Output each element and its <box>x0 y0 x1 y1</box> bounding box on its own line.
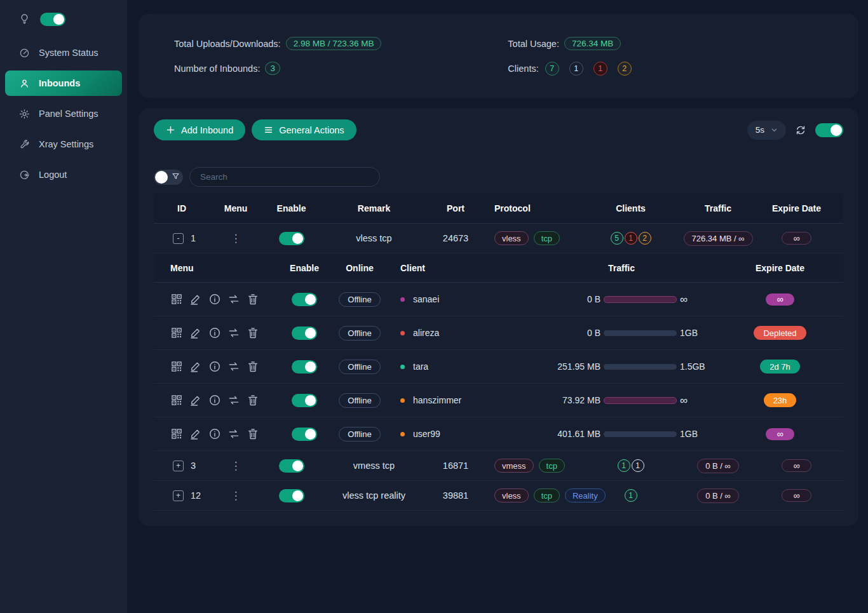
inbound-port: 24673 <box>427 233 484 243</box>
refresh-icon[interactable] <box>795 125 806 136</box>
qr-code-icon[interactable] <box>170 394 183 407</box>
stat-number-of-inbounds: Number of Inbounds: 3 <box>174 62 508 75</box>
traffic-badge: 726.34 MB / ∞ <box>684 231 753 246</box>
edit-icon[interactable] <box>189 394 202 407</box>
expire-badge: ∞ <box>766 428 795 440</box>
sidebar-item-label: Xray Settings <box>39 139 93 149</box>
client-count-badge: 1 <box>569 62 583 76</box>
qr-code-icon[interactable] <box>170 293 183 306</box>
stat-total-usage: Total Usage: 726.34 MB <box>508 37 823 50</box>
expire-badge: ∞ <box>782 489 812 502</box>
info-icon[interactable] <box>208 327 221 339</box>
trash-icon[interactable] <box>247 327 259 339</box>
toolbar-left: Add Inbound General Actions <box>154 119 356 140</box>
trash-icon[interactable] <box>247 394 259 407</box>
inbound-port: 39881 <box>427 490 484 501</box>
client-enable-toggle[interactable] <box>292 327 317 340</box>
refresh-interval-select[interactable]: 5s <box>747 121 786 140</box>
client-name: sanaei <box>413 294 439 304</box>
reset-traffic-icon[interactable] <box>227 428 240 440</box>
expire-badge: 23h <box>764 393 797 407</box>
info-icon[interactable] <box>208 293 221 306</box>
sidebar-item-xray-settings[interactable]: Xray Settings <box>5 131 122 157</box>
inbound-enable-toggle[interactable] <box>279 489 304 502</box>
add-inbound-label: Add Inbound <box>181 125 233 135</box>
sidebar-item-logout[interactable]: Logout <box>5 162 122 187</box>
trash-icon[interactable] <box>247 360 259 373</box>
theme-toggle[interactable] <box>40 13 65 26</box>
stat-label: Total Usage: <box>508 39 559 49</box>
traffic-used: 0 B <box>534 294 600 304</box>
inbound-enable-toggle[interactable] <box>279 459 304 473</box>
client-enable-toggle[interactable] <box>292 394 317 407</box>
inbound-id: 3 <box>191 461 196 471</box>
edit-icon[interactable] <box>189 293 202 306</box>
sidebar-theme-row <box>0 0 127 31</box>
toggle-knob <box>292 490 303 501</box>
edit-icon[interactable] <box>189 428 202 440</box>
table-header-row: ID Menu Enable Remark Port Protocol Clie… <box>154 193 843 224</box>
trash-icon[interactable] <box>247 428 259 440</box>
edit-icon[interactable] <box>189 360 202 373</box>
plus-icon <box>166 125 175 135</box>
qr-code-icon[interactable] <box>170 360 183 373</box>
col-header-enable: Enable <box>262 203 321 213</box>
client-enable-toggle[interactable] <box>292 293 317 306</box>
client-count-badge: 1 <box>625 232 637 245</box>
protocol-tag: vless <box>494 231 529 245</box>
stat-label: Clients: <box>508 64 538 74</box>
info-icon[interactable] <box>208 394 221 407</box>
gear-icon <box>19 109 30 119</box>
qr-code-icon[interactable] <box>170 327 183 339</box>
row-menu-button[interactable]: ⋮ <box>231 459 241 473</box>
general-actions-button[interactable]: General Actions <box>252 119 356 140</box>
traffic-bar <box>604 431 677 437</box>
sidebar-item-panel-settings[interactable]: Panel Settings <box>5 101 122 126</box>
client-header-row: Menu Enable Online Client Traffic Expire… <box>154 253 843 283</box>
search-input[interactable] <box>189 167 380 187</box>
client-subtable: Menu Enable Online Client Traffic Expire… <box>154 253 843 451</box>
qr-code-icon[interactable] <box>170 428 183 440</box>
traffic-limit: 1GB <box>680 328 709 338</box>
reset-traffic-icon[interactable] <box>227 293 240 306</box>
protocol-tag: tcp <box>534 231 560 245</box>
reset-traffic-icon[interactable] <box>227 394 240 407</box>
traffic-used: 73.92 MB <box>534 395 600 405</box>
col-header-traffic: Traffic <box>686 203 750 213</box>
traffic-used: 251.95 MB <box>534 361 600 372</box>
traffic-used: 0 B <box>534 328 600 338</box>
filter-toggle[interactable] <box>154 170 183 185</box>
sidebar-item-inbounds[interactable]: Inbounds <box>5 71 122 96</box>
col-header-enable: Enable <box>278 263 330 273</box>
expand-row-button[interactable]: + <box>173 461 184 471</box>
info-icon[interactable] <box>208 360 221 373</box>
inbound-enable-toggle[interactable] <box>279 232 304 245</box>
row-menu-button[interactable]: ⋮ <box>231 489 241 502</box>
client-enable-toggle[interactable] <box>292 360 317 374</box>
stats-card: Total Uploads/Downloads: 2.98 MB / 723.3… <box>139 14 858 98</box>
toggle-knob <box>305 361 316 372</box>
sidebar-item-system-status[interactable]: System Status <box>5 40 122 65</box>
online-status-badge: Offline <box>339 326 380 340</box>
auto-refresh-toggle[interactable] <box>815 123 843 137</box>
stat-total-uploads: Total Uploads/Downloads: 2.98 MB / 723.3… <box>174 37 508 50</box>
add-inbound-button[interactable]: Add Inbound <box>154 119 245 140</box>
expire-badge: ∞ <box>782 232 812 245</box>
row-menu-button[interactable]: ⋮ <box>231 232 241 245</box>
reset-traffic-icon[interactable] <box>227 360 240 373</box>
client-enable-toggle[interactable] <box>292 428 317 441</box>
refresh-interval-value: 5s <box>756 125 764 135</box>
col-header-id: ID <box>154 203 210 213</box>
col-header-expire-date: Expire Date <box>717 263 843 273</box>
main-content: Total Uploads/Downloads: 2.98 MB / 723.3… <box>127 0 868 613</box>
trash-icon[interactable] <box>247 293 259 306</box>
collapse-row-button[interactable]: - <box>173 233 184 244</box>
client-color-dot <box>400 331 405 335</box>
edit-icon[interactable] <box>189 327 202 339</box>
client-name: user99 <box>413 429 440 439</box>
info-icon[interactable] <box>208 428 221 440</box>
reset-traffic-icon[interactable] <box>227 327 240 339</box>
expand-row-button[interactable]: + <box>173 490 184 501</box>
col-header-remark: Remark <box>321 203 427 213</box>
inbound-remark: vmess tcp <box>321 461 427 471</box>
